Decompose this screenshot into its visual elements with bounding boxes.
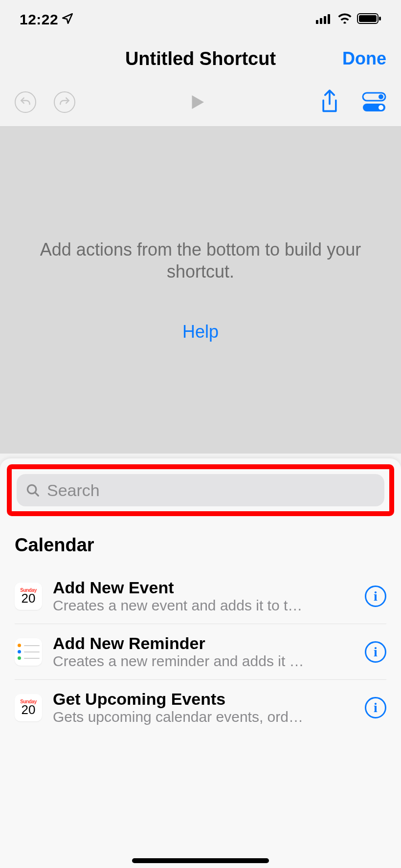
action-title: Add New Reminder xyxy=(53,634,354,653)
status-time: 12:22 xyxy=(20,11,58,28)
calendar-section: Calendar Sunday 20 Add New Event Creates… xyxy=(0,523,401,735)
info-button[interactable]: i xyxy=(365,697,386,718)
svg-rect-3 xyxy=(328,14,330,24)
cal-day-number: 20 xyxy=(22,593,36,604)
cal-day-number: 20 xyxy=(22,704,36,716)
toolbar xyxy=(0,78,401,127)
action-subtitle: Creates a new event and adds it to the s… xyxy=(53,597,307,614)
redo-button[interactable] xyxy=(54,91,75,113)
action-subtitle: Creates a new reminder and adds it to th… xyxy=(53,653,307,670)
help-link[interactable]: Help xyxy=(182,322,219,342)
status-bar: 12:22 xyxy=(0,0,401,39)
reminders-app-icon xyxy=(15,638,42,666)
search-highlight: Search xyxy=(7,464,394,516)
nav-bar: Untitled Shortcut Done xyxy=(0,39,401,78)
info-button[interactable]: i xyxy=(365,641,386,663)
svg-point-8 xyxy=(379,94,383,99)
done-button[interactable]: Done xyxy=(342,48,386,69)
svg-rect-2 xyxy=(324,16,326,24)
shortcut-canvas: Add actions from the bottom to build you… xyxy=(0,127,401,454)
wifi-icon xyxy=(337,13,352,26)
location-icon xyxy=(61,12,74,27)
action-row-get-upcoming-events[interactable]: Sunday 20 Get Upcoming Events Gets upcom… xyxy=(15,680,386,735)
svg-rect-1 xyxy=(320,18,322,24)
battery-icon xyxy=(357,13,381,26)
actions-sheet[interactable]: Search Calendar Sunday 20 Add New Event … xyxy=(0,458,401,868)
settings-toggle-button[interactable] xyxy=(362,91,386,113)
svg-rect-5 xyxy=(359,15,377,22)
action-row-add-new-reminder[interactable]: Add New Reminder Creates a new reminder … xyxy=(15,624,386,680)
home-indicator[interactable] xyxy=(132,858,269,863)
share-button[interactable] xyxy=(319,89,340,115)
section-header: Calendar xyxy=(15,535,386,556)
svg-rect-6 xyxy=(379,17,381,21)
svg-point-10 xyxy=(379,105,383,110)
calendar-app-icon: Sunday 20 xyxy=(15,694,42,721)
action-title: Add New Event xyxy=(53,578,354,597)
search-input[interactable]: Search xyxy=(17,474,384,506)
cellular-icon xyxy=(316,13,333,26)
action-row-add-new-event[interactable]: Sunday 20 Add New Event Creates a new ev… xyxy=(15,568,386,624)
action-subtitle: Gets upcoming calendar events, ordered f… xyxy=(53,709,307,725)
canvas-hint: Add actions from the bottom to build you… xyxy=(39,239,362,282)
action-title: Get Upcoming Events xyxy=(53,690,354,709)
play-button[interactable] xyxy=(187,92,207,112)
info-button[interactable]: i xyxy=(365,586,386,607)
calendar-app-icon: Sunday 20 xyxy=(15,583,42,610)
svg-rect-0 xyxy=(316,20,318,24)
status-left: 12:22 xyxy=(20,11,74,28)
page-title: Untitled Shortcut xyxy=(125,48,276,69)
search-placeholder: Search xyxy=(47,481,100,500)
status-right xyxy=(316,13,381,26)
svg-line-12 xyxy=(35,492,38,496)
undo-button[interactable] xyxy=(15,91,36,113)
